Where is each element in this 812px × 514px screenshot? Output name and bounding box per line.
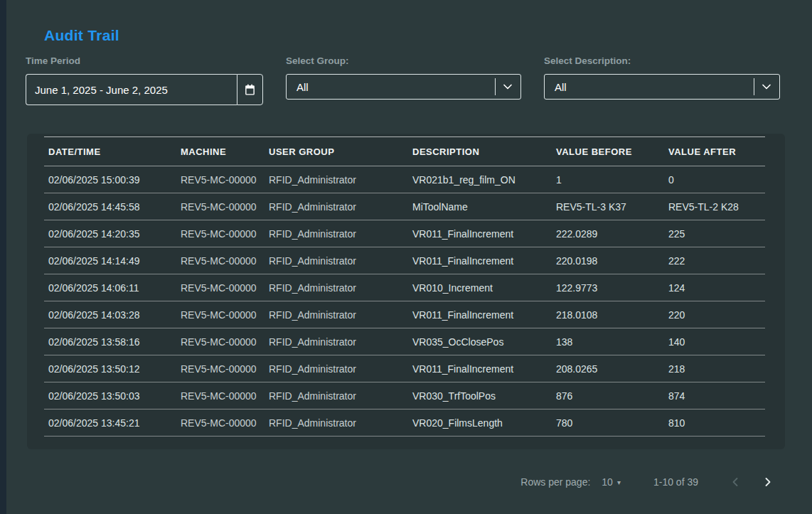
table-row: 02/06/2025 15:00:39 REV5-MC-00000 RFID_A… (44, 166, 765, 193)
datetime-cell: 02/06/2025 14:20:35 (44, 220, 176, 247)
time-period-label: Time Period (26, 55, 263, 66)
value-before-cell: 138 (552, 328, 664, 355)
column-header-value-after: VALUE AFTER (664, 137, 765, 166)
date-range-group (26, 74, 263, 105)
user-group-cell: RFID_Administrator (265, 193, 408, 220)
group-dropdown-value: All (297, 81, 495, 93)
rows-per-page-value: 10 (602, 476, 613, 488)
description-cell: VR030_TrfToolPos (408, 382, 552, 409)
dropdown-divider (495, 78, 496, 95)
calendar-button[interactable] (237, 74, 263, 105)
select-description-label: Select Description: (544, 55, 780, 66)
rows-per-page-label: Rows per page: (520, 476, 590, 488)
machine-cell: REV5-MC-00000 (176, 355, 265, 382)
value-before-cell: REV5-TL-3 K37 (552, 193, 664, 220)
datetime-cell: 02/06/2025 14:06:11 (44, 274, 176, 301)
user-group-cell: RFID_Administrator (265, 382, 408, 409)
value-before-cell: 122.9773 (552, 274, 664, 301)
description-dropdown-value: All (555, 81, 754, 93)
value-after-cell: 220 (664, 301, 765, 328)
datetime-cell: 02/06/2025 14:45:58 (44, 193, 176, 220)
machine-cell: REV5-MC-00000 (176, 247, 265, 274)
user-group-cell: RFID_Administrator (265, 301, 408, 328)
previous-page-button[interactable] (727, 473, 744, 491)
value-after-cell: 0 (664, 166, 765, 193)
chevron-down-icon (759, 80, 774, 94)
column-header-description: DESCRIPTION (408, 137, 552, 166)
value-after-cell: 218 (664, 355, 765, 382)
user-group-cell: RFID_Administrator (265, 166, 408, 193)
user-group-cell: RFID_Administrator (265, 355, 408, 382)
dropdown-divider (754, 78, 754, 95)
audit-table-panel: DATE/TIME MACHINE USER GROUP DESCRIPTION… (27, 134, 785, 449)
description-cell: VR011_FinalIncrement (408, 220, 552, 247)
value-after-cell: 222 (664, 247, 765, 274)
pagination: Rows per page: 10 ▾ 1-10 of 39 (520, 473, 776, 491)
chevron-down-icon (501, 80, 515, 94)
column-header-user-group: USER GROUP (265, 137, 408, 166)
description-cell: VR021b1_reg_film_ON (408, 166, 552, 193)
time-period-input[interactable] (26, 74, 237, 105)
user-group-cell: RFID_Administrator (265, 220, 408, 247)
group-dropdown[interactable]: All (286, 74, 521, 100)
table-row: 02/06/2025 13:50:12 REV5-MC-00000 RFID_A… (44, 355, 765, 382)
table-row: 02/06/2025 14:45:58 REV5-MC-00000 RFID_A… (44, 193, 765, 220)
machine-cell: REV5-MC-00000 (176, 220, 265, 247)
datetime-cell: 02/06/2025 14:03:28 (44, 301, 176, 328)
audit-table: DATE/TIME MACHINE USER GROUP DESCRIPTION… (44, 136, 765, 437)
user-group-cell: RFID_Administrator (265, 274, 408, 301)
datetime-cell: 02/06/2025 13:50:03 (44, 382, 176, 409)
select-group-label: Select Group: (286, 55, 521, 66)
machine-cell: REV5-MC-00000 (176, 328, 265, 355)
table-header-row: DATE/TIME MACHINE USER GROUP DESCRIPTION… (44, 137, 765, 166)
description-filter: Select Description: All (544, 55, 780, 100)
page-range-label: 1-10 of 39 (653, 476, 698, 488)
page-title: Audit Trail (44, 27, 119, 44)
table-row: 02/06/2025 13:45:21 REV5-MC-00000 RFID_A… (44, 409, 765, 437)
user-group-cell: RFID_Administrator (265, 247, 408, 274)
value-after-cell: 810 (664, 409, 765, 437)
value-after-cell: 225 (664, 220, 765, 247)
description-dropdown[interactable]: All (544, 74, 780, 100)
machine-cell: REV5-MC-00000 (176, 301, 265, 328)
value-after-cell: 124 (664, 274, 765, 301)
time-period-filter: Time Period (26, 55, 263, 105)
value-before-cell: 208.0265 (552, 355, 664, 382)
value-before-cell: 780 (552, 409, 664, 437)
left-edge-strip (0, 0, 6, 514)
chevron-left-icon (728, 475, 742, 489)
table-row: 02/06/2025 13:58:16 REV5-MC-00000 RFID_A… (44, 328, 765, 355)
value-before-cell: 220.0198 (552, 247, 664, 274)
user-group-cell: RFID_Administrator (265, 328, 408, 355)
description-cell: VR011_FinalIncrement (408, 247, 552, 274)
machine-cell: REV5-MC-00000 (176, 193, 265, 220)
chevron-right-icon (761, 475, 775, 489)
description-cell: VR020_FilmsLength (408, 409, 552, 437)
description-cell: MiToolName (408, 193, 552, 220)
table-row: 02/06/2025 14:03:28 REV5-MC-00000 RFID_A… (44, 301, 765, 328)
description-cell: VR010_Increment (408, 274, 552, 301)
machine-cell: REV5-MC-00000 (176, 274, 265, 301)
datetime-cell: 02/06/2025 14:14:49 (44, 247, 176, 274)
user-group-cell: RFID_Administrator (265, 409, 408, 437)
datetime-cell: 02/06/2025 13:45:21 (44, 409, 176, 437)
next-page-button[interactable] (759, 473, 776, 491)
datetime-cell: 02/06/2025 13:58:16 (44, 328, 176, 355)
rows-per-page-select[interactable]: 10 ▾ (602, 476, 621, 488)
column-header-value-before: VALUE BEFORE (552, 137, 664, 166)
description-cell: VR011_FinalIncrement (408, 355, 552, 382)
column-header-machine: MACHINE (176, 137, 265, 166)
table-row: 02/06/2025 14:14:49 REV5-MC-00000 RFID_A… (44, 247, 765, 274)
value-before-cell: 876 (552, 382, 664, 409)
description-cell: VR035_OcClosePos (408, 328, 552, 355)
machine-cell: REV5-MC-00000 (176, 382, 265, 409)
table-row: 02/06/2025 13:50:03 REV5-MC-00000 RFID_A… (44, 382, 765, 409)
value-before-cell: 1 (552, 166, 664, 193)
column-header-datetime: DATE/TIME (44, 137, 176, 166)
caret-down-icon: ▾ (617, 478, 621, 486)
value-before-cell: 218.0108 (552, 301, 664, 328)
value-before-cell: 222.0289 (552, 220, 664, 247)
table-row: 02/06/2025 14:06:11 REV5-MC-00000 RFID_A… (44, 274, 765, 301)
description-cell: VR011_FinalIncrement (408, 301, 552, 328)
value-after-cell: REV5-TL-2 K28 (664, 193, 765, 220)
